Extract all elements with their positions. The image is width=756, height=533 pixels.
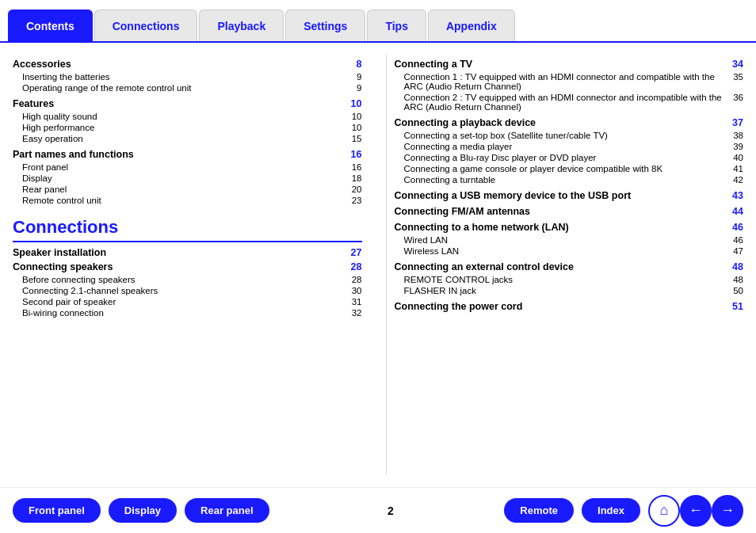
bottom-navigation: Front panel Display Rear panel 2 Remote … <box>0 487 756 533</box>
left-column: Accessories8Inserting the batteries9Oper… <box>13 54 370 474</box>
right-section-header: Connecting the power cord51 <box>395 301 744 312</box>
toc-item[interactable]: Bi-wiring connection32 <box>13 307 362 318</box>
rear-panel-button[interactable]: Rear panel <box>185 498 269 523</box>
back-icon-button[interactable]: ← <box>680 495 712 527</box>
toc-item[interactable]: Second pair of speaker31 <box>13 296 362 307</box>
toc-item[interactable]: FLASHER IN jack50 <box>395 285 744 296</box>
right-section-header: Connecting an external control device48 <box>395 261 744 272</box>
right-section-header: Connecting to a home network (LAN)46 <box>395 222 744 233</box>
toc-item[interactable]: Connection 2 : TV equipped with an HDMI … <box>395 92 744 112</box>
toc-item[interactable]: Display18 <box>13 173 362 184</box>
toc-item[interactable]: Inserting the batteries9 <box>13 71 362 82</box>
toc-item[interactable]: Front panel16 <box>13 162 362 173</box>
right-section-header: Connecting a USB memory device to the US… <box>395 190 744 201</box>
connections-section-title: Connections <box>13 217 362 242</box>
toc-section-header: Part names and functions16 <box>13 149 362 160</box>
bottom-left-buttons: Front panel Display Rear panel <box>13 498 277 523</box>
main-content: Accessories8Inserting the batteries9Oper… <box>0 41 756 485</box>
toc-item[interactable]: Connecting a game console or player devi… <box>395 163 744 174</box>
display-button[interactable]: Display <box>109 498 177 523</box>
home-icon-button[interactable]: ⌂ <box>648 495 680 527</box>
tab-connections[interactable]: Connections <box>94 10 198 41</box>
right-column: Connecting a TV34Connection 1 : TV equip… <box>386 54 744 474</box>
remote-button[interactable]: Remote <box>504 498 574 523</box>
right-section-header: Connecting FM/AM antennas44 <box>395 206 744 217</box>
tab-appendix[interactable]: Appendix <box>428 10 515 41</box>
toc-item[interactable]: Before connecting speakers28 <box>13 274 362 285</box>
toc-item[interactable]: Easy operation15 <box>13 133 362 144</box>
toc-item[interactable]: Remote control unit23 <box>13 195 362 206</box>
subsection-header: Connecting speakers28 <box>13 261 362 272</box>
tab-tips[interactable]: Tips <box>367 10 426 41</box>
toc-item[interactable]: High performance10 <box>13 122 362 133</box>
toc-section-header: Accessories8 <box>13 59 362 70</box>
toc-item[interactable]: Rear panel20 <box>13 184 362 195</box>
page-number: 2 <box>277 504 505 517</box>
toc-item[interactable]: REMOTE CONTROL jacks48 <box>395 274 744 285</box>
toc-item[interactable]: High quality sound10 <box>13 111 362 122</box>
right-section-header: Connecting a TV34 <box>395 59 744 70</box>
toc-item[interactable]: Connecting a set-top box (Satellite tune… <box>395 130 744 141</box>
front-panel-button[interactable]: Front panel <box>13 498 101 523</box>
subsection-header: Speaker installation27 <box>13 247 362 258</box>
toc-item[interactable]: Wireless LAN47 <box>395 246 744 257</box>
bottom-right-buttons: Remote Index ⌂ ← → <box>504 495 743 527</box>
forward-icon-button[interactable]: → <box>712 495 743 527</box>
tab-settings[interactable]: Settings <box>285 10 365 41</box>
right-section-header: Connecting a playback device37 <box>395 117 744 128</box>
toc-item[interactable]: Connection 1 : TV equipped with an HDMI … <box>395 71 744 92</box>
tab-playback[interactable]: Playback <box>199 10 284 41</box>
toc-item[interactable]: Wired LAN46 <box>395 234 744 246</box>
top-navigation: Contents Connections Playback Settings T… <box>0 0 756 41</box>
tab-contents[interactable]: Contents <box>8 10 93 41</box>
toc-section-header: Features10 <box>13 98 362 109</box>
index-button[interactable]: Index <box>582 498 640 523</box>
toc-item[interactable]: Operating range of the remote control un… <box>13 82 362 93</box>
toc-item[interactable]: Connecting a turntable42 <box>395 174 744 185</box>
toc-item[interactable]: Connecting a media player39 <box>395 141 744 152</box>
toc-item[interactable]: Connecting 2.1-channel speakers30 <box>13 285 362 296</box>
toc-item[interactable]: Connecting a Blu-ray Disc player or DVD … <box>395 152 744 163</box>
